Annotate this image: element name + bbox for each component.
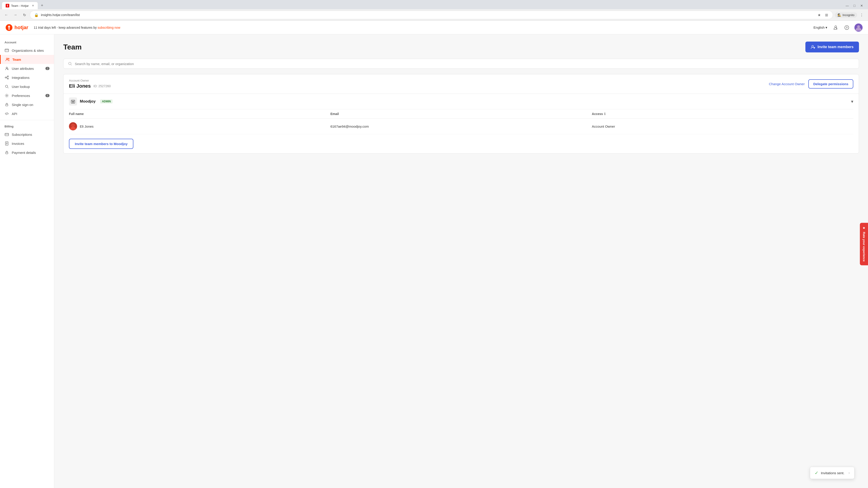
address-bar-icons: ★ ⊞	[816, 12, 829, 18]
reload-button[interactable]: ↻	[21, 11, 28, 19]
search-input[interactable]	[75, 62, 854, 66]
sidebar-item-user-lookup[interactable]: User lookup	[0, 82, 54, 91]
sidebar-item-team[interactable]: Team	[0, 55, 54, 64]
user-avatar[interactable]	[855, 24, 863, 32]
sidebar-item-user-attributes[interactable]: User attributes 2	[0, 64, 54, 73]
subscriptions-icon	[4, 132, 9, 137]
language-selector[interactable]: English ▾	[813, 26, 827, 30]
svg-point-8	[6, 67, 7, 68]
hotjar-logo[interactable]: hotjar	[5, 24, 28, 31]
sidebar-item-label: Integrations	[12, 76, 29, 79]
sidebar-item-label: Team	[12, 58, 21, 61]
svg-point-12	[7, 76, 8, 77]
svg-rect-16	[6, 104, 8, 106]
invite-btn-label: Invite team members	[817, 45, 854, 49]
member-email: 6167ae94@moodjoy.com	[331, 125, 369, 128]
svg-rect-22	[71, 100, 75, 103]
active-tab[interactable]: Team - Hotjar ✕	[2, 2, 38, 9]
admin-badge: ADMIN	[100, 99, 113, 103]
org-header: Moodjoy ADMIN ▾	[69, 94, 853, 109]
back-button[interactable]: ←	[3, 11, 10, 19]
user-lookup-icon	[4, 84, 9, 89]
help-icon: ?	[844, 25, 849, 30]
url-input[interactable]	[41, 13, 815, 17]
col-email: Email	[331, 112, 592, 116]
forward-button[interactable]: →	[12, 11, 19, 19]
table-row: Eli Jones 6167ae94@moodjoy.com Account O…	[69, 119, 853, 134]
members-table: Full name Email Access ℹ	[69, 109, 853, 153]
invite-team-members-button[interactable]: Invite team members	[805, 41, 859, 53]
sidebar-item-api[interactable]: API	[0, 109, 54, 118]
search-box[interactable]	[63, 59, 859, 69]
page-header: Team Invite team members	[63, 41, 859, 53]
tab-bar: Team - Hotjar ✕ + — □ ✕	[0, 0, 868, 9]
incognito-badge[interactable]: 🕵️ Incognito	[835, 12, 857, 18]
sidebar-item-payment[interactable]: Payment details	[0, 148, 54, 157]
new-tab-button[interactable]: +	[39, 2, 45, 9]
org-name: Moodjoy	[80, 99, 96, 104]
app-header: hotjar 11 trial days left - keep advance…	[0, 21, 868, 34]
col-access: Access ℹ	[592, 112, 853, 116]
user-attributes-badge: 2	[45, 67, 50, 70]
invite-icon	[811, 45, 815, 49]
sidebar-item-sso[interactable]: Single sign-on	[0, 100, 54, 109]
svg-point-11	[5, 77, 6, 78]
sidebar-item-label: Preferences	[12, 94, 30, 98]
sidebar-item-label: User attributes	[12, 67, 34, 70]
svg-point-6	[6, 58, 8, 59]
main-content: Team Invite team members Account	[54, 34, 868, 488]
rate-experience-label: Rate your experience	[862, 232, 866, 262]
minimize-btn[interactable]: —	[844, 3, 850, 8]
member-access: Account Owner	[592, 125, 615, 128]
browser-menu-btn[interactable]: ⋮	[858, 11, 865, 19]
sidebar-item-invoices[interactable]: Invoices	[0, 139, 54, 148]
tab-favicon	[6, 4, 9, 7]
page-title: Team	[63, 43, 82, 51]
trial-text: 11 trial days left - keep advanced featu…	[34, 26, 97, 29]
header-actions: English ▾ ?	[813, 24, 863, 32]
sidebar-item-label: User lookup	[12, 85, 30, 89]
maximize-btn[interactable]: □	[852, 3, 857, 8]
svg-rect-23	[73, 102, 73, 103]
rate-experience-sidebar[interactable]: Rate your experience	[860, 223, 868, 265]
extensions-icon[interactable]: ⊞	[824, 12, 829, 18]
sidebar-item-integrations[interactable]: Integrations	[0, 73, 54, 82]
org-toggle-icon[interactable]: ▾	[851, 99, 853, 104]
tab-close-btn[interactable]: ✕	[32, 4, 34, 7]
owner-id: ID: 2527260	[94, 84, 111, 88]
address-bar-row: ← → ↻ 🔒 ★ ⊞ 🕵️ Incognito ⋮	[0, 9, 868, 21]
logo-text: hotjar	[14, 25, 28, 31]
main-layout: Account Organizations & sites Team User …	[0, 34, 868, 488]
help-btn[interactable]: ?	[843, 24, 851, 32]
address-bar[interactable]: 🔒 ★ ⊞	[30, 11, 833, 19]
sidebar-item-label: Subscriptions	[12, 133, 32, 136]
rate-experience-icon	[862, 226, 866, 230]
cell-access: Account Owner	[592, 125, 853, 128]
star-icon[interactable]: ★	[816, 12, 822, 18]
close-btn[interactable]: ✕	[859, 3, 864, 8]
hotjar-logo-icon	[5, 24, 13, 31]
col-fullname-label: Full name	[69, 112, 84, 116]
preferences-icon	[4, 93, 9, 98]
sidebar-item-organizations[interactable]: Organizations & sites	[0, 46, 54, 55]
delegate-permissions-button[interactable]: Delegate permissions	[808, 79, 853, 89]
toast-dismiss-icon[interactable]: ›	[848, 471, 850, 475]
incognito-label: Incognito	[842, 13, 855, 17]
team-icon	[5, 57, 10, 62]
invite-section: Invite team members to Moodjoy	[69, 134, 853, 153]
subscribe-link[interactable]: subscribing now	[98, 26, 120, 29]
browser-chrome: Team - Hotjar ✕ + — □ ✕ ← → ↻ 🔒 ★ ⊞ 🕵️ I…	[0, 0, 868, 21]
sidebar-item-subscriptions[interactable]: Subscriptions	[0, 130, 54, 139]
cell-fullname: Eli Jones	[69, 122, 331, 130]
account-owner-section: Account Owner Eli Jones ID: 2527260 Chan…	[64, 74, 859, 94]
change-account-owner-button[interactable]: Change Account Owner	[769, 82, 805, 86]
access-info-icon[interactable]: ℹ	[604, 112, 605, 116]
sidebar-item-label: Payment details	[12, 151, 36, 155]
team-card: Account Owner Eli Jones ID: 2527260 Chan…	[63, 74, 859, 154]
col-fullname: Full name	[69, 112, 331, 116]
invite-to-org-button[interactable]: Invite team members to Moodjoy	[69, 139, 133, 149]
sidebar-item-preferences[interactable]: Preferences 5	[0, 91, 54, 100]
svg-point-13	[7, 78, 8, 79]
account-owner-info: Account Owner Eli Jones ID: 2527260	[69, 79, 111, 89]
add-user-btn[interactable]	[831, 24, 839, 32]
